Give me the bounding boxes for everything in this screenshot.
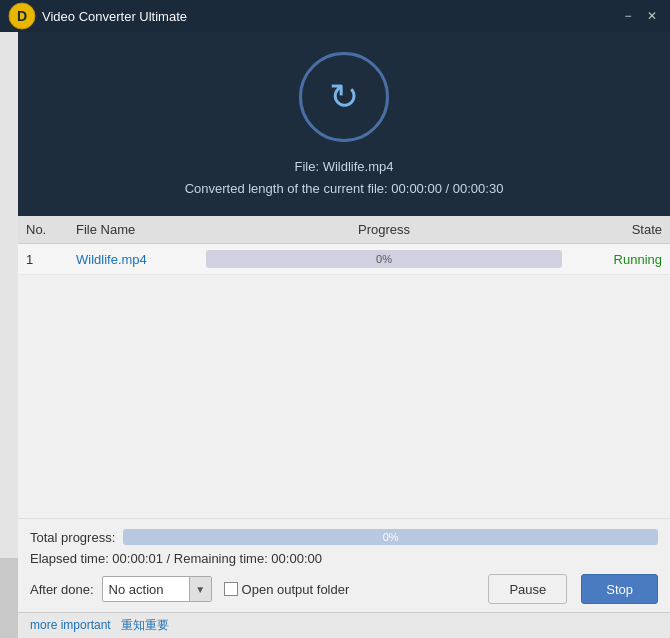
state-label: Running (614, 252, 662, 267)
convert-header: ↻ File: Wildlife.mp4 Converted length of… (18, 32, 670, 216)
file-table-section: No. File Name Progress State 1 Wildlife.… (18, 216, 670, 518)
action-select-value: No action (103, 582, 189, 597)
app-title: Video Converter Ultimate (42, 9, 618, 24)
table-row: 1 Wildlife.mp4 0% Running (18, 244, 670, 275)
app-logo: D (8, 2, 36, 30)
open-folder-wrap: Open output folder (224, 582, 350, 597)
action-select-arrow[interactable]: ▼ (189, 577, 211, 601)
more-text-2: 重知重要 (121, 618, 169, 632)
elapsed-row: Elapsed time: 00:00:01 / Remaining time:… (30, 551, 658, 566)
progress-bar-wrap: 0% (206, 250, 562, 268)
table-body: 1 Wildlife.mp4 0% Running (18, 244, 670, 518)
svg-text:D: D (17, 8, 27, 24)
minimize-button[interactable]: − (618, 6, 638, 26)
col-no: No. (26, 222, 76, 237)
open-folder-checkbox[interactable] (224, 582, 238, 596)
title-bar: D Video Converter Ultimate − ✕ (0, 0, 670, 32)
file-info: File: Wildlife.mp4 Converted length of t… (185, 156, 504, 200)
more-text: more important (30, 618, 111, 632)
col-state: State (562, 222, 662, 237)
total-progress-label: Total progress: (30, 530, 115, 545)
total-progress-row: Total progress: 0% (30, 529, 658, 545)
total-progress-bar-wrap: 0% (123, 529, 658, 545)
after-done-row: After done: No action ▼ Open output fold… (30, 574, 658, 604)
bottom-bar: more important 重知重要 (18, 612, 670, 638)
sidebar-behind (0, 32, 18, 558)
after-done-label: After done: (30, 582, 94, 597)
spinner-circle: ↻ (299, 52, 389, 142)
status-section: Total progress: 0% Elapsed time: 00:00:0… (18, 518, 670, 612)
cell-no: 1 (26, 252, 76, 267)
col-filename: File Name (76, 222, 206, 237)
file-name-label: File: Wildlife.mp4 (185, 156, 504, 178)
action-select[interactable]: No action ▼ (102, 576, 212, 602)
conversion-dialog: ↻ File: Wildlife.mp4 Converted length of… (18, 32, 670, 638)
table-header: No. File Name Progress State (18, 216, 670, 244)
elapsed-text: Elapsed time: 00:00:01 / Remaining time:… (30, 551, 322, 566)
refresh-icon: ↻ (329, 76, 359, 118)
pause-button[interactable]: Pause (488, 574, 567, 604)
cell-progress: 0% (206, 250, 562, 268)
col-progress: Progress (206, 222, 562, 237)
close-button[interactable]: ✕ (642, 6, 662, 26)
cell-state: Running (562, 252, 662, 267)
stop-button[interactable]: Stop (581, 574, 658, 604)
total-progress-text: 0% (383, 531, 399, 543)
window-controls: − ✕ (618, 6, 662, 26)
cell-filename: Wildlife.mp4 (76, 252, 206, 267)
progress-bar-label: 0% (376, 253, 392, 265)
converted-length-label: Converted length of the current file: 00… (185, 178, 504, 200)
open-folder-label: Open output folder (242, 582, 350, 597)
more-important-link[interactable]: more important 重知重要 (30, 617, 169, 634)
